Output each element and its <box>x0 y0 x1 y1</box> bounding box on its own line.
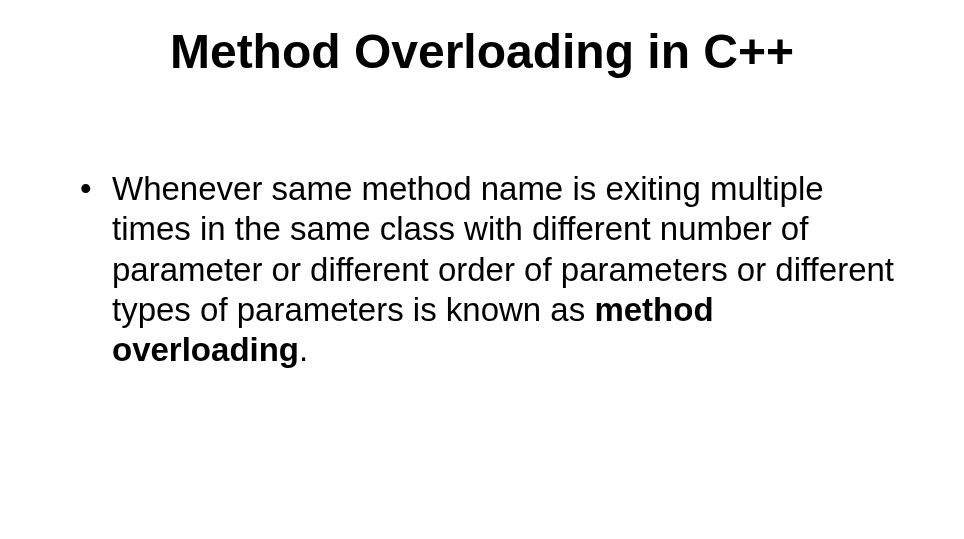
slide: Method Overloading in C++ Whenever same … <box>0 0 964 539</box>
slide-title: Method Overloading in C++ <box>70 24 894 79</box>
slide-body: Whenever same method name is exiting mul… <box>70 169 894 370</box>
bullet-text-prefix: Whenever same method name is exiting mul… <box>112 170 894 328</box>
bullet-text-suffix: . <box>299 331 308 368</box>
bullet-list: Whenever same method name is exiting mul… <box>70 169 894 370</box>
bullet-item: Whenever same method name is exiting mul… <box>70 169 894 370</box>
